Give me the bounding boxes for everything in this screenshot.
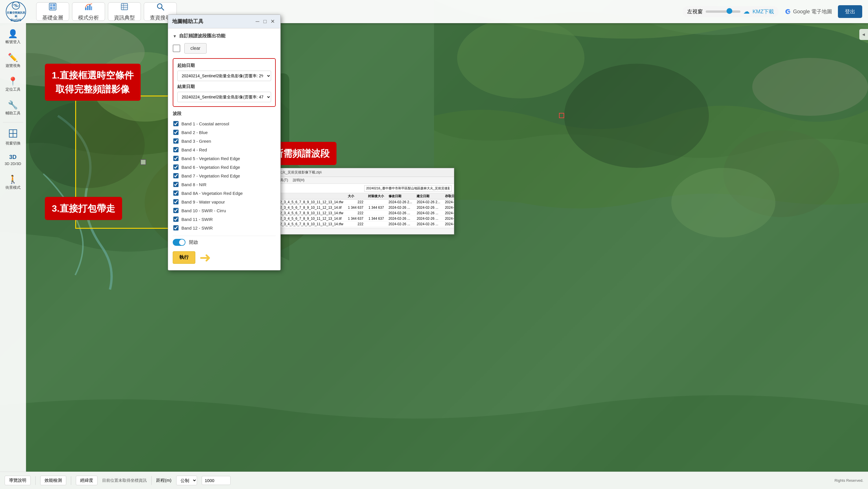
bottom-bar: 導覽說明 效能檢測 經緯度 目前位置未取得坐標資訊 距程(m) 公制 Right… <box>0 471 868 489</box>
perf-button[interactable]: 效能檢測 <box>40 476 66 485</box>
sidebar-street[interactable]: 🚶 街景模式 <box>2 172 24 193</box>
band-list: Band 1 - Coastal aerosol Band 2 - Blue B… <box>173 119 276 232</box>
clear-button[interactable]: clear <box>184 43 207 54</box>
file-modified: 2024-02-26 ... <box>386 216 414 222</box>
band3-checkbox[interactable] <box>173 138 179 144</box>
file-accessed: 2024-02-26 2... <box>443 200 454 205</box>
mode-analysis-icon <box>84 2 93 13</box>
band8a-checkbox[interactable] <box>173 191 179 196</box>
dialog-titlebar: 地圖輔助工具 ─ □ ✕ <box>168 15 280 28</box>
execute-button[interactable]: 執行 <box>173 251 195 264</box>
end-date-select[interactable]: 20240224_Sentinel2衛量全島影像(雲覆率: 47%) <box>177 92 271 102</box>
rp-expand[interactable]: ◀ <box>860 31 867 38</box>
svg-rect-17 <box>85 7 87 10</box>
band1-checkbox[interactable] <box>173 121 179 126</box>
band5-checkbox[interactable] <box>173 156 179 161</box>
band8-checkbox[interactable] <box>173 182 179 187</box>
assist-label: 輔助工具 <box>5 111 21 116</box>
band4-label: Band 4 - Red <box>181 147 207 152</box>
dialog-minimize-button[interactable]: ─ <box>254 18 261 25</box>
toggle-knob <box>179 239 185 245</box>
divider-1 <box>35 476 36 485</box>
svg-rect-27 <box>9 130 13 134</box>
login-button[interactable]: 登出 <box>838 5 862 18</box>
band11-checkbox[interactable] <box>173 217 179 222</box>
band-item-1: Band 1 - Coastal aerosol <box>173 119 276 128</box>
account-label: 帳號登入 <box>5 40 21 45</box>
date-selection-area: 起始日期 20240214_Sentinel2衛量全島影像(雲覆率: 2%) 結… <box>173 58 276 107</box>
file-packed <box>366 222 386 227</box>
execute-arrow-icon: ➜ <box>199 249 211 265</box>
lon-lat-button[interactable]: 經緯度 <box>76 476 97 485</box>
fm-menu-help[interactable]: 說明(H) <box>293 178 305 183</box>
nav-data-type[interactable]: 資訊典型 <box>108 2 141 21</box>
file-created: 2024-02-26 2... <box>414 200 442 205</box>
sidebar-window-cut[interactable]: 視窗切換 <box>2 126 24 149</box>
sidebar-view[interactable]: ✏️ 遊覽視角 <box>2 50 24 71</box>
band-item-4: Band 4 - Red <box>173 145 276 154</box>
band11-label: Band 11 - SWIR <box>181 217 213 222</box>
dialog-maximize-button[interactable]: □ <box>261 18 269 25</box>
enable-toggle[interactable] <box>173 239 185 246</box>
svg-rect-20 <box>91 6 92 10</box>
col-packed: 封裝後大小 <box>366 193 386 200</box>
section-header: ▼ 自訂頻譜波段匯出功能 <box>173 33 276 39</box>
section-arrow-icon: ▼ <box>173 34 177 38</box>
distance-input[interactable] <box>202 476 230 485</box>
view-slider-knob[interactable] <box>726 8 732 14</box>
band-item-10: Band 10 - SWIR - Cirru <box>173 206 276 215</box>
all-select-checkbox[interactable] <box>173 45 180 52</box>
sidebar-3d[interactable]: 3D 3D 2D/3D <box>2 151 24 169</box>
data-type-label: 資訊典型 <box>114 14 135 21</box>
execute-row: 執行 ➜ <box>173 249 276 265</box>
col-modified: 修改日期 <box>386 193 414 200</box>
pencil-icon: ✏️ <box>8 53 18 62</box>
map-tool-dialog: 地圖輔助工具 ─ □ ✕ ▼ 自訂頻譜波段匯出功能 clear 起始日期 202… <box>168 15 281 270</box>
fm-path-input[interactable] <box>364 185 452 192</box>
band2-checkbox[interactable] <box>173 130 179 135</box>
col-created: 建立日期 <box>414 193 442 200</box>
file-accessed: 2024-02-26 ... <box>443 210 454 216</box>
band6-label: Band 6 - Vegetation Red Edge <box>181 165 240 170</box>
sidebar-account[interactable]: 👤 帳號登入 <box>2 26 24 48</box>
start-date-select[interactable]: 20240214_Sentinel2衛量全島影像(雲覆率: 2%) <box>177 70 271 81</box>
col-accessed: 存取日期 <box>443 193 454 200</box>
band-section-label: 波段 <box>173 111 276 116</box>
left-sidebar: 👤 帳號登入 ✏️ 遊覽視角 📍 定位工具 🔧 輔助工具 視窗切換 3D 3D … <box>0 23 26 471</box>
band10-checkbox[interactable] <box>173 208 179 213</box>
google-maps-logo: Google 電子地圖 <box>784 8 832 15</box>
file-modified: 2024-02-26 ... <box>386 210 414 216</box>
sidebar-locate[interactable]: 📍 定位工具 <box>2 74 24 95</box>
band6-checkbox[interactable] <box>173 165 179 170</box>
band12-label: Band 12 - SWIR <box>181 226 213 230</box>
sidebar-assist[interactable]: 🔧 輔助工具 <box>2 97 24 119</box>
logo-text: 巨量空間資訊系統 BigGIS <box>6 11 26 22</box>
right-panel: ◀ <box>859 29 868 40</box>
selection-handle <box>140 159 146 165</box>
file-size: 1 344 637 <box>345 205 365 210</box>
band4-checkbox[interactable] <box>173 147 179 152</box>
file-size: 222 <box>345 210 365 216</box>
nav-base-map[interactable]: 基礎金層 <box>36 2 69 21</box>
guide-button[interactable]: 導覽說明 <box>5 476 31 485</box>
band9-checkbox[interactable] <box>173 199 179 204</box>
street-icon: 🚶 <box>8 175 18 184</box>
band3-label: Band 3 - Green <box>181 139 211 144</box>
dialog-title: 地圖輔助工具 <box>172 18 254 25</box>
band-item-9: Band 9 - Water vapour <box>173 197 276 206</box>
topbar-right-controls: 左視窗 ☁ KMZ下載 Google 電子地圖 登出 <box>683 5 862 18</box>
file-created: 2024-02-26 ... <box>414 222 442 227</box>
svg-point-3 <box>564 64 709 168</box>
band8a-label: Band 8A - Vegetation Red Edge <box>181 191 243 196</box>
kmz-download-label: KMZ下載 <box>752 8 774 15</box>
dialog-close-button[interactable]: ✕ <box>269 18 276 25</box>
nav-mode-analysis[interactable]: 模式分析 <box>72 2 105 21</box>
unit-select[interactable]: 公制 <box>176 476 197 485</box>
svg-rect-15 <box>50 7 52 9</box>
start-date-label: 起始日期 <box>177 63 271 68</box>
svg-rect-29 <box>9 134 13 137</box>
file-size: 1 344 637 <box>345 227 365 228</box>
band7-checkbox[interactable] <box>173 173 179 178</box>
band-item-8: Band 8 - NIR <box>173 180 276 189</box>
band12-checkbox[interactable] <box>173 225 179 230</box>
